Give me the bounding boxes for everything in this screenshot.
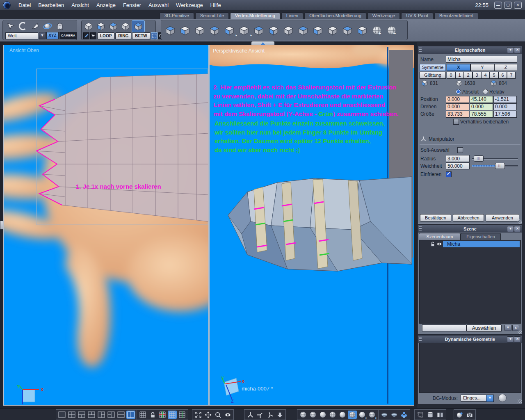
position-y-field[interactable]: 45.140 bbox=[470, 96, 493, 103]
panel-resize-grip[interactable] bbox=[518, 330, 522, 334]
tab-szenenbaum[interactable]: Szenenbaum bbox=[419, 233, 461, 240]
smoothing-level-7[interactable]: 7 bbox=[507, 72, 516, 79]
lock-icon[interactable] bbox=[430, 241, 436, 249]
scene-tree[interactable]: Micha bbox=[419, 240, 521, 324]
smoothing-level-5[interactable]: 5 bbox=[490, 72, 498, 79]
rotation-y-field[interactable]: 0.000 bbox=[470, 103, 493, 110]
maximize-button[interactable]: ▢ bbox=[504, 2, 512, 9]
layout-left2-right-icon[interactable] bbox=[107, 411, 116, 419]
symmetry-button[interactable]: Symmetrie bbox=[420, 64, 446, 71]
dg-sphere-button[interactable] bbox=[498, 394, 507, 402]
radius-input[interactable] bbox=[446, 155, 470, 162]
wireframe-cube-icon[interactable] bbox=[416, 411, 425, 419]
sphere-subtract-tool-icon[interactable]: − bbox=[384, 25, 399, 36]
panel-menu-icon[interactable]: ▼ bbox=[507, 226, 514, 232]
point-mode-icon[interactable] bbox=[119, 21, 132, 32]
smoothing-level-1[interactable]: 1 bbox=[455, 72, 464, 79]
smoothing-level-6[interactable]: 6 bbox=[498, 72, 507, 79]
edge-mode-icon[interactable] bbox=[95, 21, 107, 32]
panel-close-icon[interactable]: ✕ bbox=[514, 226, 521, 232]
tab-eigenschaften[interactable]: Eigenschaften bbox=[461, 233, 501, 240]
softness-slider-knob[interactable] bbox=[495, 163, 505, 169]
look-at-icon[interactable] bbox=[223, 411, 232, 419]
position-z-field[interactable]: -1.521 bbox=[493, 96, 517, 103]
position-x-field[interactable]: 0.000 bbox=[446, 96, 469, 103]
shading-shaded-icon[interactable] bbox=[338, 411, 347, 419]
loop-button[interactable]: LOOP bbox=[97, 32, 114, 39]
tab-oberflaechen-modellierung[interactable]: Oberflächen-Modellierung bbox=[304, 12, 366, 19]
keep-ratio-checkbox[interactable] bbox=[453, 119, 459, 125]
rotation-z-field[interactable]: 0.000 bbox=[493, 103, 517, 110]
grid-axes-icon[interactable] bbox=[158, 411, 167, 419]
zoom-view-icon[interactable] bbox=[213, 411, 222, 419]
grid-lock-icon[interactable] bbox=[148, 411, 157, 419]
scene-panel-titlebar[interactable]: Szene ▼ ✕ bbox=[418, 225, 522, 233]
manipulator-translate-icon[interactable] bbox=[246, 411, 255, 419]
scale-y-field[interactable]: 78.555 bbox=[470, 111, 493, 118]
marquee-select-icon[interactable] bbox=[151, 32, 158, 39]
modelling-tool-icon-14[interactable] bbox=[355, 25, 370, 36]
radius-slider[interactable] bbox=[472, 158, 518, 160]
properties-panel-titlebar[interactable]: Eigenschaften ▼ ✕ bbox=[418, 46, 522, 54]
symmetry-z-button[interactable]: Z bbox=[494, 64, 517, 71]
xyz-button[interactable]: XYZ bbox=[46, 32, 59, 39]
modelling-tool-icon-13[interactable] bbox=[340, 25, 355, 36]
rotation-x-field[interactable]: 0.000 bbox=[446, 103, 469, 110]
modelling-tool-icon-11[interactable] bbox=[310, 25, 325, 36]
modelling-tool-icon-3[interactable] bbox=[192, 25, 207, 36]
shading-smooth-icon[interactable] bbox=[318, 411, 327, 419]
panel-menu-icon[interactable]: ▼ bbox=[507, 47, 514, 53]
vertex-mode-icon[interactable] bbox=[82, 21, 95, 32]
sphere-add-tool-icon[interactable]: + bbox=[370, 25, 384, 36]
ring-button[interactable]: RING bbox=[115, 32, 131, 39]
menu-bearbeiten[interactable]: Bearbeiten bbox=[34, 2, 68, 8]
modelling-tool-icon-12[interactable] bbox=[325, 25, 340, 36]
modelling-tool-icon-6[interactable] bbox=[237, 25, 251, 36]
freeze-checkbox[interactable] bbox=[446, 171, 452, 177]
layout-hsplit-icon[interactable] bbox=[116, 411, 126, 419]
panel-close-icon[interactable]: ✕ bbox=[514, 47, 521, 53]
eye-icon[interactable] bbox=[436, 241, 442, 249]
layout-left-right2-icon[interactable] bbox=[97, 411, 106, 419]
panel-resize-grip[interactable] bbox=[518, 219, 522, 224]
smoothing-level-2[interactable]: 2 bbox=[464, 72, 472, 79]
menu-auswahl[interactable]: Auswahl bbox=[145, 2, 172, 8]
menu-fenster[interactable]: Fenster bbox=[119, 2, 145, 8]
menu-datei[interactable]: Datei bbox=[15, 2, 34, 8]
modelling-tool-icon-2[interactable] bbox=[178, 25, 192, 36]
layout-top-bottom2-icon[interactable] bbox=[77, 411, 86, 419]
viewport-top[interactable]: Ansicht Oben 1. Je 1x nach vorne skalier… bbox=[3, 45, 209, 406]
radius-slider-knob[interactable] bbox=[474, 155, 484, 162]
confirm-button[interactable]: Bestätigen bbox=[420, 214, 451, 221]
modelling-tool-icon-5[interactable] bbox=[222, 25, 237, 36]
world-selector[interactable]: Welt bbox=[5, 32, 38, 39]
light-bowl-icon[interactable] bbox=[380, 411, 389, 419]
tab-werkzeuge[interactable]: Werkzeuge bbox=[368, 12, 400, 19]
name-input[interactable] bbox=[446, 56, 517, 63]
softness-input[interactable] bbox=[446, 162, 470, 169]
menu-anzeige[interactable]: Anzeige bbox=[93, 2, 119, 8]
manipulator-scale-icon[interactable] bbox=[265, 411, 274, 419]
grid-vertical-icon[interactable] bbox=[178, 411, 187, 419]
smoothing-level-0[interactable]: 0 bbox=[447, 72, 455, 79]
cancel-button[interactable]: Abbrechen bbox=[453, 214, 484, 221]
camera-button[interactable]: CAMERA bbox=[59, 32, 77, 39]
shading-dotted-icon[interactable] bbox=[368, 411, 377, 419]
layout-quad-icon[interactable] bbox=[67, 411, 76, 419]
scale-x-field[interactable]: 83.733 bbox=[446, 111, 469, 118]
menu-ansicht[interactable]: Ansicht bbox=[68, 2, 93, 8]
lasso-tool-icon[interactable] bbox=[29, 21, 41, 32]
modelling-tool-icon-10[interactable] bbox=[296, 25, 310, 36]
snapshot-camera-icon[interactable] bbox=[465, 411, 474, 419]
panel-resize-grip[interactable] bbox=[518, 399, 522, 403]
dg-mode-dropdown[interactable]: Einges... bbox=[461, 395, 487, 402]
tab-vertex-modellierung[interactable]: Vertex-Modellierung bbox=[230, 12, 280, 19]
fit-view-icon[interactable] bbox=[194, 411, 203, 419]
tab-benutzerdefiniert[interactable]: Benutzerdefiniert bbox=[434, 12, 478, 19]
object-mode-icon[interactable] bbox=[132, 20, 145, 32]
grid-plane-icon[interactable] bbox=[168, 411, 177, 419]
minimize-button[interactable]: ▬ bbox=[494, 2, 502, 9]
scale-z-field[interactable]: 17.596 bbox=[493, 111, 517, 118]
modelling-tool-icon-8[interactable] bbox=[266, 25, 281, 36]
tab-linien[interactable]: Linien bbox=[281, 12, 303, 19]
